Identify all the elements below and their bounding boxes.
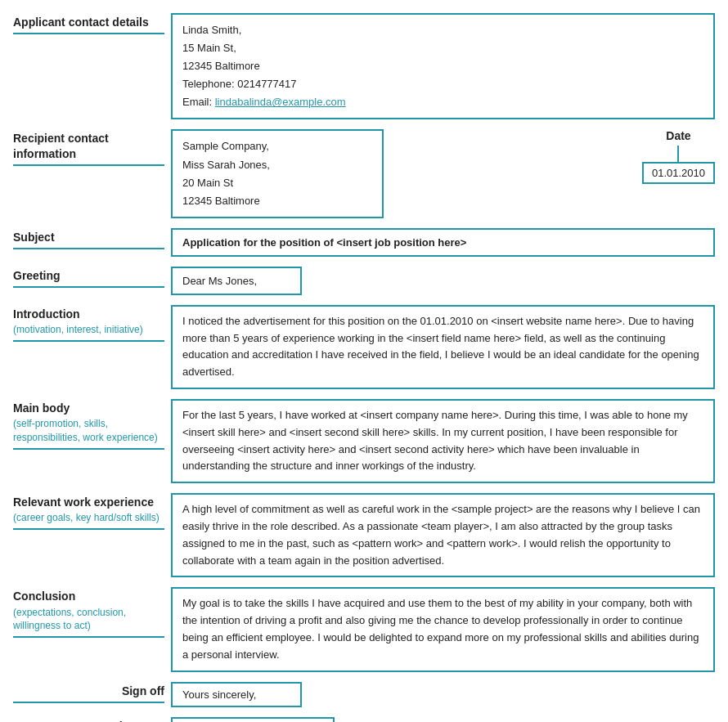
relevantwork-section: Relevant work experience (career goals, …: [13, 493, 715, 577]
date-section: Date 01.01.2010: [642, 129, 715, 184]
signature-content: <Insert signature here> Linda Smith: [171, 717, 335, 722]
applicant-email: Email: lindabalinda@example.com: [182, 93, 703, 111]
introduction-line: [13, 340, 164, 342]
mainbody-sub: (self-promotion, skills, responsibilitie…: [13, 417, 164, 445]
recipient-date-row: Recipient contact information Sample Com…: [13, 129, 715, 217]
mainbody-section: Main body (self-promotion, skills, respo…: [13, 399, 715, 483]
mainbody-line: [13, 448, 164, 450]
relevantwork-line: [13, 528, 164, 530]
greeting-box: Dear Ms Jones,: [171, 267, 302, 295]
applicant-line: [13, 33, 164, 34]
signature-label-col: Signature: [13, 717, 164, 722]
date-box: 01.01.2010: [642, 162, 715, 184]
conclusion-line: [13, 636, 164, 638]
relevantwork-label: Relevant work experience: [13, 495, 164, 509]
applicant-address1: 15 Main St,: [182, 39, 703, 57]
relevantwork-label-col: Relevant work experience (career goals, …: [13, 493, 164, 530]
greeting-label-col: Greeting: [13, 267, 164, 288]
conclusion-label-col: Conclusion (expectations, conclusion, wi…: [13, 587, 164, 638]
introduction-label: Introduction: [13, 307, 164, 321]
cover-letter-diagram: Applicant contact details Linda Smith, 1…: [13, 13, 715, 722]
mainbody-label-col: Main body (self-promotion, skills, respo…: [13, 399, 164, 450]
applicant-city: 12345 Baltimore: [182, 57, 703, 75]
introduction-section: Introduction (motivation, interest, init…: [13, 305, 715, 389]
recipient-line: [13, 164, 164, 166]
greeting-label: Greeting: [13, 268, 164, 283]
applicant-email-link[interactable]: lindabalinda@example.com: [215, 96, 346, 108]
recipient-address: 20 Main St: [182, 174, 372, 192]
signoff-label: Sign off: [122, 684, 164, 698]
introduction-box: I noticed the advertisement for this pos…: [171, 305, 715, 389]
subject-label-col: Subject: [13, 228, 164, 249]
signature-label: Signature: [111, 719, 164, 722]
relevantwork-sub: (career goals, key hard/soft skills): [13, 511, 164, 525]
date-connector-line: [677, 146, 679, 162]
applicant-label-col: Applicant contact details: [13, 13, 164, 34]
greeting-line: [13, 286, 164, 288]
introduction-label-col: Introduction (motivation, interest, init…: [13, 305, 164, 342]
subject-box: Application for the position of <insert …: [171, 228, 715, 257]
recipient-city: 12345 Baltimore: [182, 192, 372, 210]
subject-section: Subject Application for the position of …: [13, 228, 715, 257]
date-label: Date: [666, 129, 690, 142]
conclusion-label: Conclusion: [13, 589, 164, 603]
mainbody-label: Main body: [13, 401, 164, 415]
applicant-box: Linda Smith, 15 Main St, 12345 Baltimore…: [171, 13, 715, 119]
conclusion-section: Conclusion (expectations, conclusion, wi…: [13, 587, 715, 671]
applicant-section: Applicant contact details Linda Smith, 1…: [13, 13, 715, 119]
applicant-email-prefix: Email:: [182, 96, 215, 108]
applicant-phone: Telephone: 0214777417: [182, 75, 703, 93]
signoff-line: [13, 702, 164, 703]
conclusion-box: My goal is to take the skills I have acq…: [171, 587, 715, 671]
greeting-section: Greeting Dear Ms Jones,: [13, 267, 715, 295]
signoff-box: Yours sincerely,: [171, 682, 302, 707]
recipient-label: Recipient contact information: [13, 131, 164, 160]
signoff-label-col: Sign off: [13, 682, 164, 703]
introduction-sub: (motivation, interest, initiative): [13, 323, 164, 337]
applicant-name: Linda Smith,: [182, 21, 703, 39]
relevantwork-box: A high level of commitment as well as ca…: [171, 493, 715, 577]
signoff-section: Sign off Yours sincerely,: [13, 682, 715, 707]
subject-label: Subject: [13, 230, 164, 244]
subject-line: [13, 248, 164, 249]
recipient-box: Sample Company, Miss Sarah Jones, 20 Mai…: [171, 129, 384, 217]
signature-section: Signature <Insert signature here> Linda …: [13, 717, 715, 722]
recipient-contact: Miss Sarah Jones,: [182, 156, 372, 174]
recipient-company: Sample Company,: [182, 137, 372, 155]
mainbody-box: For the last 5 years, I have worked at <…: [171, 399, 715, 483]
recipient-label-col: Recipient contact information: [13, 129, 164, 165]
applicant-label: Applicant contact details: [13, 15, 164, 29]
conclusion-sub: (expectations, conclusion, willingness t…: [13, 606, 164, 634]
signature-placeholder-box: <Insert signature here>: [171, 717, 335, 722]
